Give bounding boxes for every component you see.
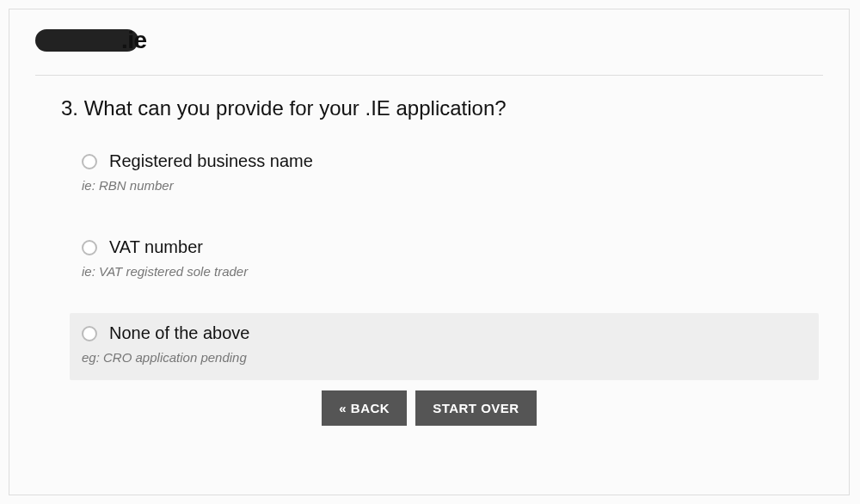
- logo-suffix: .ie: [121, 27, 147, 54]
- question-heading: 3. What can you provide for your .IE app…: [61, 96, 832, 120]
- start-over-button[interactable]: START OVER: [415, 390, 537, 426]
- back-button[interactable]: « BACK: [322, 390, 407, 426]
- option-head: VAT number: [82, 237, 807, 257]
- button-row: « BACK START OVER: [27, 390, 832, 426]
- option-label: None of the above: [109, 323, 249, 343]
- option-registered-business-name[interactable]: Registered business name ie: RBN number: [70, 141, 819, 208]
- option-label: VAT number: [109, 237, 203, 257]
- option-vat-number[interactable]: VAT number ie: VAT registered sole trade…: [70, 227, 819, 294]
- form-frame: .ie 3. What can you provide for your .IE…: [9, 9, 850, 495]
- logo: .ie: [27, 27, 832, 54]
- option-hint: ie: VAT registered sole trader: [82, 264, 807, 279]
- option-head: None of the above: [82, 323, 807, 343]
- option-hint: ie: RBN number: [82, 178, 807, 193]
- radio-icon[interactable]: [82, 240, 97, 255]
- option-label: Registered business name: [109, 151, 313, 171]
- option-head: Registered business name: [82, 151, 807, 171]
- option-hint: eg: CRO application pending: [82, 350, 807, 365]
- radio-icon[interactable]: [82, 154, 97, 169]
- options-group: Registered business name ie: RBN number …: [70, 141, 819, 380]
- divider: [35, 75, 823, 76]
- radio-icon[interactable]: [82, 326, 97, 341]
- option-none-of-the-above[interactable]: None of the above eg: CRO application pe…: [70, 313, 819, 380]
